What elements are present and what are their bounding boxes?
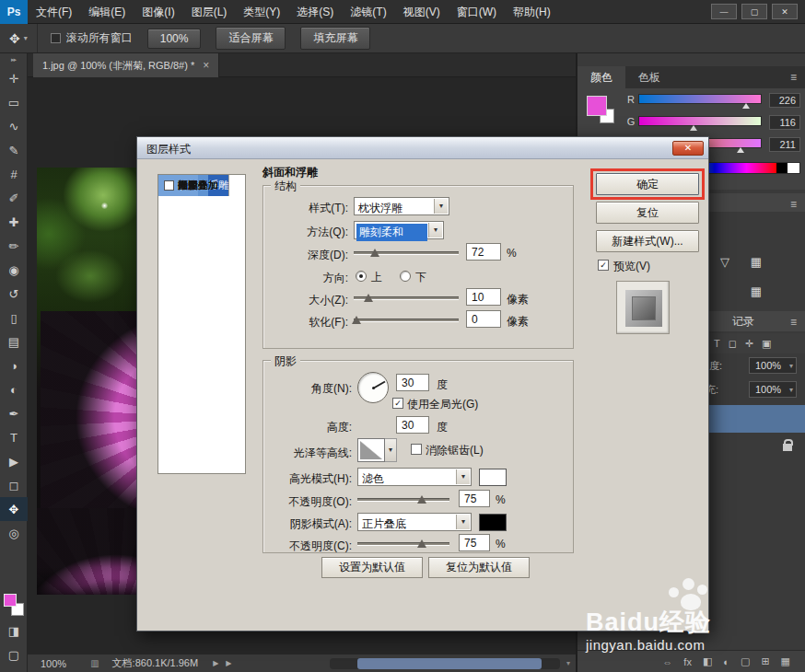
gradient-tool[interactable]: ▤	[0, 330, 28, 353]
scroll-all-windows-checkbox[interactable]	[51, 33, 61, 43]
blue-value[interactable]: 211	[769, 137, 800, 152]
dialog-title-bar[interactable]: 图层样式 ✕	[137, 137, 708, 159]
new-style-button[interactable]: 新建样式(W)...	[596, 230, 699, 252]
slider-thumb[interactable]	[417, 539, 426, 548]
menu-window[interactable]: 窗口(W)	[449, 0, 505, 24]
healing-brush-tool[interactable]: ✚	[0, 210, 28, 234]
green-value[interactable]: 116	[769, 115, 800, 130]
shape-tool[interactable]: ◻	[0, 473, 28, 497]
close-tab-icon[interactable]: ×	[203, 59, 209, 72]
list-item-drop-shadow[interactable]: 投影	[158, 175, 198, 196]
menu-help[interactable]: 帮助(H)	[505, 0, 559, 24]
screen-mode-icon[interactable]: ▢	[0, 643, 28, 666]
brush-tool[interactable]: ✏	[0, 234, 28, 258]
slider-thumb[interactable]	[364, 294, 373, 302]
green-slider[interactable]	[638, 116, 762, 126]
slider-thumb[interactable]	[690, 125, 697, 131]
shadow-opacity-value[interactable]: 75	[459, 534, 490, 551]
quick-selection-tool[interactable]: ✎	[0, 138, 28, 162]
soften-value[interactable]: 0	[466, 310, 501, 328]
marquee-tool[interactable]: ▭	[0, 90, 28, 114]
hand-tool[interactable]: ✥	[0, 497, 28, 521]
chevron-down-icon[interactable]: ▾	[566, 659, 570, 667]
red-value[interactable]: 226	[769, 93, 800, 108]
shadow-mode-select[interactable]: 正片叠底 ▾	[357, 513, 472, 531]
tab-history[interactable]: 记录	[732, 311, 754, 331]
pattern-grid-icon[interactable]: ▦	[743, 280, 769, 302]
slider-track[interactable]	[357, 498, 449, 501]
slider-thumb[interactable]	[370, 249, 379, 257]
fill-screen-button[interactable]: 填充屏幕	[300, 27, 370, 50]
close-window-button[interactable]: ✕	[772, 4, 798, 19]
highlight-mode-select[interactable]: 滤色 ▾	[357, 468, 472, 486]
tab-color[interactable]: 颜色	[578, 66, 625, 88]
reset-button[interactable]: 复位	[596, 202, 699, 224]
lock-text-icon[interactable]: T	[714, 338, 720, 349]
slider-thumb[interactable]	[417, 495, 426, 504]
foreground-color-swatch[interactable]	[4, 594, 17, 607]
lock-position-icon[interactable]: ✛	[745, 338, 753, 350]
lock-pixels-icon[interactable]: ◻	[729, 338, 737, 350]
soften-slider[interactable]	[354, 311, 459, 328]
fit-screen-button[interactable]: 适合屏幕	[216, 27, 286, 50]
foreground-color-swatch[interactable]	[587, 96, 607, 116]
altitude-value[interactable]: 30	[396, 416, 429, 434]
document-tab[interactable]: 1.jpg @ 100% (非洲菊, RGB/8#) * ×	[33, 53, 219, 77]
horizontal-scrollbar[interactable]	[330, 658, 560, 669]
status-arrow-icon[interactable]: ▶	[213, 659, 218, 667]
highlight-color-swatch[interactable]	[479, 469, 507, 486]
dodge-tool[interactable]: ◐	[0, 377, 28, 401]
slider-thumb[interactable]	[352, 316, 361, 324]
shadow-color-swatch[interactable]	[479, 514, 507, 531]
collapse-panel-icon[interactable]: ▸▸	[0, 53, 27, 66]
history-brush-tool[interactable]: ↺	[0, 282, 28, 306]
menu-file[interactable]: 文件(F)	[28, 0, 80, 24]
style-select[interactable]: 枕状浮雕 ▾	[354, 197, 449, 215]
depth-slider[interactable]	[354, 244, 459, 261]
maximize-button[interactable]: ▢	[741, 4, 767, 19]
highlight-opacity-value[interactable]: 75	[459, 490, 490, 507]
slider-track[interactable]	[357, 542, 449, 545]
lock-all-icon[interactable]: ▣	[762, 338, 771, 350]
zoom-level[interactable]: 100%	[41, 658, 66, 669]
slider-thumb[interactable]	[742, 103, 750, 109]
angle-value[interactable]: 30	[396, 374, 429, 391]
highlight-opacity-slider[interactable]	[357, 491, 449, 507]
slider-track[interactable]	[354, 319, 459, 321]
angle-dial[interactable]	[357, 372, 389, 403]
size-slider[interactable]	[354, 289, 459, 306]
clone-stamp-tool[interactable]: ◉	[0, 258, 28, 282]
scrollbar-thumb[interactable]	[357, 658, 542, 669]
menu-filter[interactable]: 滤镜(T)	[342, 0, 394, 24]
gloss-contour-thumbnail[interactable]	[357, 438, 385, 462]
move-tool[interactable]: ✛	[0, 66, 28, 90]
reset-default-button[interactable]: 复位为默认值	[428, 557, 530, 578]
direction-up-radio[interactable]	[356, 271, 367, 282]
chevron-down-icon[interactable]: ▾	[434, 199, 448, 214]
eyedropper-tool[interactable]: ✐	[0, 186, 28, 210]
pen-tool[interactable]: ✒	[0, 401, 28, 425]
depth-value[interactable]: 72	[466, 243, 501, 261]
adjustment-grid-icon[interactable]: ▦	[743, 250, 769, 272]
set-default-button[interactable]: 设置为默认值	[321, 557, 423, 578]
preview-checkbox[interactable]: ✓	[598, 260, 609, 271]
chevron-down-icon[interactable]: ▾	[428, 223, 442, 238]
type-tool[interactable]: T	[0, 425, 28, 449]
panel-menu-icon[interactable]: ≡	[782, 66, 805, 88]
menu-image[interactable]: 图像(I)	[134, 0, 182, 24]
crop-tool[interactable]: #	[0, 162, 28, 186]
zoom-tool[interactable]: ◎	[0, 521, 28, 545]
effect-checkbox[interactable]	[164, 180, 174, 191]
panel-menu-icon[interactable]: ≡	[782, 193, 805, 212]
fill-value[interactable]: 100%▾	[749, 381, 797, 398]
quick-mask-icon[interactable]: ◨	[0, 619, 28, 643]
path-selection-tool[interactable]: ▶	[0, 449, 28, 473]
shadow-opacity-slider[interactable]	[357, 535, 449, 551]
menu-layer[interactable]: 图层(L)	[183, 0, 236, 24]
menu-view[interactable]: 视图(V)	[395, 0, 449, 24]
global-light-checkbox[interactable]: ✓	[392, 398, 403, 409]
anti-alias-checkbox[interactable]	[411, 444, 422, 455]
chevron-down-icon[interactable]: ▾	[385, 438, 397, 462]
panel-menu-icon[interactable]: ≡	[782, 311, 805, 331]
menu-edit[interactable]: 编辑(E)	[80, 0, 134, 24]
